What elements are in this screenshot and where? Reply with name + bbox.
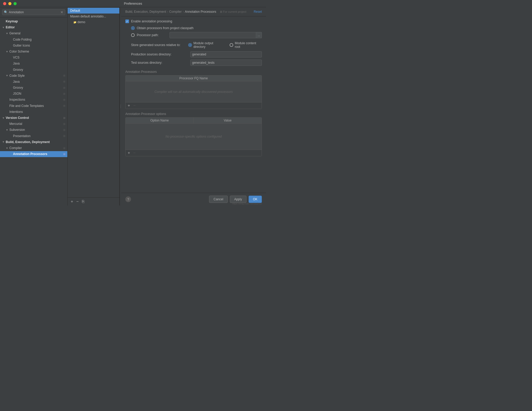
sidebar-item-compiler[interactable]: ▼ Compiler ⊞ <box>0 145 67 151</box>
settings-layer-icon: ⊞ <box>63 86 65 90</box>
search-input[interactable] <box>9 10 59 14</box>
settings-layer-icon: ⊞ <box>63 92 65 96</box>
settings-layer-icon: ⊞ <box>63 80 65 84</box>
right-header: Build, Execution, Deployment › Compiler … <box>121 7 266 16</box>
sidebar-item-mercurial[interactable]: Mercurial ⊞ <box>0 121 67 127</box>
config-add-button[interactable]: + <box>70 199 74 204</box>
help-button[interactable]: ? <box>125 196 131 202</box>
remove-processor-button[interactable]: − <box>132 104 137 108</box>
config-remove-button[interactable]: − <box>75 199 80 204</box>
search-input-wrap[interactable]: 🔍 ✕ <box>2 9 65 15</box>
config-item-label: demo <box>77 20 85 24</box>
sidebar-item-presentation[interactable]: Presentation ⊞ <box>0 133 67 139</box>
sidebar-item-vcs[interactable]: VCS <box>0 55 67 61</box>
minimize-button[interactable] <box>8 2 11 5</box>
store-sources-label: Store generated sources relative to: <box>131 43 188 47</box>
options-empty-text: No processor-specific options configured <box>165 135 222 138</box>
annotation-processors-table: Processor FQ Name Compiler will run all … <box>125 75 262 109</box>
sidebar-item-subversion[interactable]: ▼ Subversion ⊞ <box>0 127 67 133</box>
ok-button[interactable]: OK <box>249 196 262 203</box>
config-item-demo[interactable]: 📁 demo <box>68 19 119 25</box>
processor-fq-name-header: Processor FQ Name <box>126 75 262 81</box>
sidebar-item-color-scheme[interactable]: ▼ Color Scheme <box>0 49 67 55</box>
store-sources-row: Store generated sources relative to: Mod… <box>131 41 262 49</box>
production-sources-label: Production sources directory: <box>131 53 188 56</box>
sidebar-item-label: Intentions <box>9 110 65 114</box>
sidebar-item-build-exec-deploy[interactable]: ▼ Build, Execution, Deployment <box>0 139 67 145</box>
test-sources-label: Test sources directory: <box>131 61 188 65</box>
sidebar-item-code-folding[interactable]: Code Folding <box>0 37 67 43</box>
bottom-bar-actions: Cancel Apply OK <box>209 196 262 203</box>
close-button[interactable] <box>3 2 6 5</box>
maximize-button[interactable] <box>14 2 17 5</box>
sidebar-item-label: Keymap <box>6 19 65 24</box>
search-clear-icon[interactable]: ✕ <box>60 10 63 14</box>
right-content: ✓ Enable annotation processing Obtain pr… <box>121 16 266 193</box>
right-panel: Build, Execution, Deployment › Compiler … <box>121 7 266 206</box>
sidebar-item-label: JSON <box>13 91 62 96</box>
apply-button[interactable]: Apply <box>230 196 246 203</box>
add-option-button[interactable]: + <box>127 151 131 155</box>
arrow-icon: ▼ <box>6 31 9 36</box>
sidebar-item-version-control[interactable]: ▼ Version Control ⊞ <box>0 115 67 121</box>
sidebar-item-groovy-cs[interactable]: Groovy <box>0 67 67 73</box>
sidebar-item-groovy-style[interactable]: Groovy ⊞ <box>0 85 67 91</box>
search-box: 🔍 ✕ <box>0 7 67 17</box>
reset-link[interactable]: Reset <box>254 10 262 14</box>
enable-annotation-processing-row: ✓ Enable annotation processing <box>125 20 262 23</box>
sidebar-item-inspections[interactable]: Inspections ⊞ <box>0 97 67 103</box>
sidebar-item-java-style[interactable]: Java ⊞ <box>0 79 67 85</box>
obtain-processors-label: Obtain processors from project classpath <box>137 26 193 30</box>
config-item-maven-default[interactable]: Maven default annotatio... <box>68 14 119 19</box>
processor-path-input[interactable] <box>170 32 256 38</box>
processor-path-radio[interactable] <box>131 33 135 37</box>
module-output-dir-radio[interactable] <box>188 43 192 47</box>
processor-path-browse-button[interactable]: ... <box>256 32 262 38</box>
sidebar-item-java-cs[interactable]: Java <box>0 61 67 67</box>
bottom-bar: ? Cancel Apply OK https://blog.csdn.net/… <box>121 193 266 206</box>
sidebar-item-label: Compiler <box>9 146 62 151</box>
sidebar-item-label: General <box>9 31 65 36</box>
annotation-processor-options-title: Annotation Processor options <box>125 112 262 116</box>
settings-layer-icon: ⊞ <box>63 74 65 78</box>
remove-option-button[interactable]: − <box>132 151 137 155</box>
config-item-label: Default <box>70 9 80 12</box>
sidebar-item-annotation-processors[interactable]: Annotation Processors ⊞ <box>0 151 67 157</box>
window-title: Preferences <box>124 2 142 5</box>
sidebar-item-file-code-templates[interactable]: File and Code Templates ⊞ <box>0 103 67 109</box>
sidebar-item-gutter-icons[interactable]: Gutter Icons <box>0 43 67 49</box>
annotation-processor-options-table: Option Name Value No processor-specific … <box>125 117 262 156</box>
sidebar-item-label: Gutter Icons <box>13 43 65 48</box>
window-controls[interactable] <box>3 2 17 5</box>
breadcrumb: Build, Execution, Deployment › Compiler … <box>125 10 246 14</box>
breadcrumb-part-2: Compiler <box>169 10 182 14</box>
test-sources-input[interactable] <box>190 60 262 66</box>
breadcrumb-part-1: Build, Execution, Deployment <box>125 10 166 14</box>
sidebar-item-label: Java <box>13 61 65 66</box>
settings-layer-icon: ⊞ <box>63 116 65 120</box>
sidebar-item-intentions[interactable]: Intentions <box>0 109 67 115</box>
add-processor-button[interactable]: + <box>127 104 131 108</box>
module-content-root-option: Module content root <box>230 41 262 49</box>
processor-path-label: Processor path: <box>137 33 165 37</box>
sidebar-item-json-style[interactable]: JSON ⊞ <box>0 91 67 97</box>
sidebar-item-general[interactable]: ▼ General <box>0 30 67 36</box>
sidebar-item-label: Build, Execution, Deployment <box>6 140 65 145</box>
production-sources-input[interactable] <box>190 51 262 57</box>
config-item-default[interactable]: Default <box>68 8 119 14</box>
config-copy-button[interactable]: ⎘ <box>81 199 86 204</box>
arrow-icon: ▼ <box>2 25 6 30</box>
drag-dot <box>120 106 121 107</box>
for-project-label: 🖥 For current project <box>219 10 246 13</box>
obtain-processors-radio[interactable] <box>131 26 135 30</box>
sidebar-item-keymap[interactable]: Keymap <box>0 18 67 24</box>
arrow-icon: ▼ <box>6 74 9 78</box>
module-content-root-radio[interactable] <box>230 43 233 47</box>
processor-path-row: Processor path: ... <box>131 32 262 38</box>
sidebar-item-code-style[interactable]: ▼ Code Style ⊞ <box>0 73 67 79</box>
sidebar-item-editor[interactable]: ▼ Editor <box>0 24 67 30</box>
obtain-processors-row: Obtain processors from project classpath <box>131 26 262 30</box>
breadcrumb-separator: › <box>183 10 184 14</box>
cancel-button[interactable]: Cancel <box>209 196 228 203</box>
enable-annotation-processing-checkbox[interactable]: ✓ <box>125 20 129 23</box>
